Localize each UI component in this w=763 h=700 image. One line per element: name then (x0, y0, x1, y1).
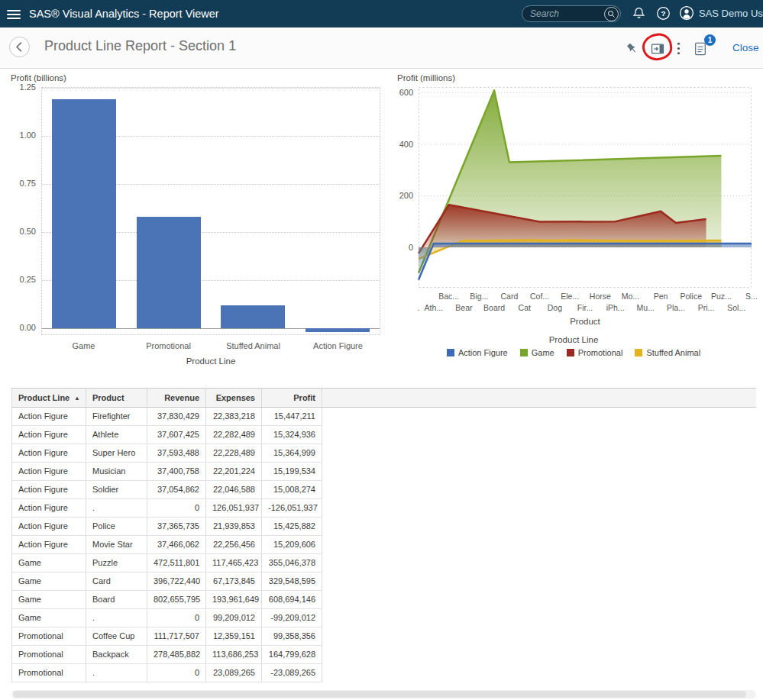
table-cell[interactable]: 802,655,795 (147, 591, 206, 609)
table-cell[interactable]: 396,722,440 (147, 573, 206, 591)
search-icon[interactable] (604, 7, 619, 21)
table-cell[interactable]: . (86, 664, 147, 682)
table-cell[interactable]: 37,830,429 (147, 408, 206, 426)
bar-action-figure[interactable] (306, 328, 370, 332)
table-cell[interactable]: 37,466,062 (147, 536, 206, 554)
table-cell[interactable]: Promotional (12, 664, 86, 682)
table-cell[interactable]: 164,799,628 (262, 646, 322, 664)
table-cell[interactable]: Movie Star (86, 536, 147, 554)
table-cell[interactable]: 117,465,423 (206, 554, 262, 573)
table-cell[interactable]: Police (86, 518, 147, 536)
table-cell[interactable]: 22,046,588 (206, 481, 262, 499)
table-cell[interactable]: 12,359,151 (206, 627, 262, 646)
table-cell[interactable]: Action Figure (12, 518, 86, 536)
table-row[interactable]: Action FigureSoldier37,054,86222,046,588… (12, 481, 757, 499)
comments-icon[interactable]: 1 (692, 40, 709, 58)
search-input[interactable] (530, 8, 604, 19)
legend-item-game[interactable]: Game (520, 348, 554, 357)
table-cell[interactable]: Athlete (86, 426, 147, 444)
table-row[interactable]: GameCard396,722,44067,173,845329,548,595 (12, 573, 757, 591)
table-cell[interactable]: 22,282,489 (206, 426, 262, 444)
search-box[interactable] (522, 5, 621, 22)
column-header-product-line[interactable]: Product Line▲ (12, 389, 86, 408)
table-cell[interactable]: 22,383,218 (206, 408, 262, 426)
table-cell[interactable]: 329,548,595 (262, 573, 322, 591)
table-row[interactable]: Action FigureSuper Hero37,593,48822,228,… (12, 444, 757, 463)
pin-icon[interactable] (623, 40, 641, 57)
horizontal-scrollbar[interactable] (11, 690, 756, 698)
user-name[interactable]: SAS Demo User (699, 0, 763, 27)
table-cell[interactable]: Action Figure (12, 481, 86, 499)
scrollbar-thumb[interactable] (13, 691, 746, 698)
table-cell[interactable]: 0 (147, 609, 206, 627)
table-cell[interactable]: 22,201,224 (206, 463, 262, 481)
table-cell[interactable]: -23,089,265 (262, 664, 322, 682)
back-button[interactable] (9, 37, 30, 57)
table-row[interactable]: GamePuzzle472,511,801117,465,423355,046,… (12, 554, 757, 573)
bar-stuffed-animal[interactable] (221, 305, 285, 328)
table-cell[interactable]: 37,593,488 (147, 444, 206, 463)
table-cell[interactable]: 67,173,845 (206, 573, 262, 591)
table-cell[interactable]: Game (12, 554, 86, 573)
table-cell[interactable]: Action Figure (12, 408, 86, 426)
table-cell[interactable]: 15,425,882 (262, 518, 322, 536)
table-cell[interactable]: 193,961,649 (206, 591, 262, 609)
table-row[interactable]: Action FigureAthlete37,607,42522,282,489… (12, 426, 757, 444)
table-cell[interactable]: -99,209,012 (262, 609, 322, 627)
area-action-figure[interactable] (419, 244, 752, 280)
table-row[interactable]: Promotional.023,089,265-23,089,265 (12, 664, 757, 682)
table-cell[interactable]: 99,358,356 (262, 627, 322, 646)
table-row[interactable]: Game.099,209,012-99,209,012 (12, 609, 757, 627)
column-header-product[interactable]: Product (86, 389, 147, 408)
table-cell[interactable]: Action Figure (12, 499, 86, 518)
notifications-icon[interactable] (632, 6, 646, 21)
table-cell[interactable]: 21,939,853 (206, 518, 262, 536)
column-header-profit[interactable]: Profit (262, 389, 322, 408)
menu-icon[interactable] (7, 8, 21, 21)
table-cell[interactable]: 15,199,534 (262, 463, 322, 481)
bar-promotional[interactable] (137, 217, 201, 328)
table-cell[interactable]: Card (86, 573, 147, 591)
table-cell[interactable]: 608,694,146 (262, 591, 322, 609)
table-cell[interactable]: 0 (147, 664, 206, 682)
toggle-right-pane-icon[interactable] (648, 40, 667, 58)
table-row[interactable]: PromotionalBackpack278,485,882113,686,25… (12, 646, 757, 664)
table-cell[interactable]: Soldier (86, 481, 147, 499)
table-cell[interactable]: 15,364,999 (262, 444, 322, 463)
table-cell[interactable]: 278,485,882 (147, 646, 206, 664)
table-row[interactable]: Action FigureMusician37,400,75822,201,22… (12, 463, 757, 481)
table-cell[interactable]: Backpack (86, 646, 147, 664)
table-cell[interactable]: 37,607,425 (147, 426, 206, 444)
table-cell[interactable]: 355,046,378 (262, 554, 322, 573)
line-action-figure[interactable] (419, 244, 752, 280)
table-cell[interactable]: 0 (147, 499, 206, 518)
bar-game[interactable] (52, 99, 116, 328)
table-cell[interactable]: 111,717,507 (147, 627, 206, 646)
table-row[interactable]: Action FigurePolice37,365,73521,939,8531… (12, 518, 757, 536)
table-cell[interactable]: . (86, 499, 147, 518)
table-cell[interactable]: Firefighter (86, 408, 147, 426)
table-cell[interactable]: Promotional (12, 646, 86, 664)
table-cell[interactable]: . (86, 609, 147, 627)
table-row[interactable]: Action FigureFirefighter37,830,42922,383… (12, 408, 757, 426)
column-header-revenue[interactable]: Revenue (147, 389, 206, 408)
table-row[interactable]: PromotionalCoffee Cup111,717,50712,359,1… (12, 627, 757, 646)
table-row[interactable]: Action FigureMovie Star37,466,06222,256,… (12, 536, 757, 554)
table-cell[interactable]: 15,447,211 (262, 408, 322, 426)
table-cell[interactable]: 22,256,456 (206, 536, 262, 554)
user-avatar-icon[interactable] (679, 5, 694, 21)
table-row[interactable]: GameBoard802,655,795193,961,649608,694,1… (12, 591, 757, 609)
column-header-expenses[interactable]: Expenses (206, 389, 262, 408)
kebab-menu-icon[interactable] (675, 40, 682, 56)
table-cell[interactable]: Action Figure (12, 444, 86, 463)
table-cell[interactable]: Puzzle (86, 554, 147, 573)
table-cell[interactable]: Action Figure (12, 463, 86, 481)
table-cell[interactable]: 113,686,253 (206, 646, 262, 664)
table-cell[interactable]: Super Hero (86, 444, 147, 463)
table-cell[interactable]: Musician (86, 463, 147, 481)
table-cell[interactable]: Game (12, 609, 86, 627)
legend-item-stuffed-animal[interactable]: Stuffed Animal (635, 348, 700, 357)
table-cell[interactable]: 37,365,735 (147, 518, 206, 536)
table-cell[interactable]: Game (12, 591, 86, 609)
table-cell[interactable]: Game (12, 573, 86, 591)
